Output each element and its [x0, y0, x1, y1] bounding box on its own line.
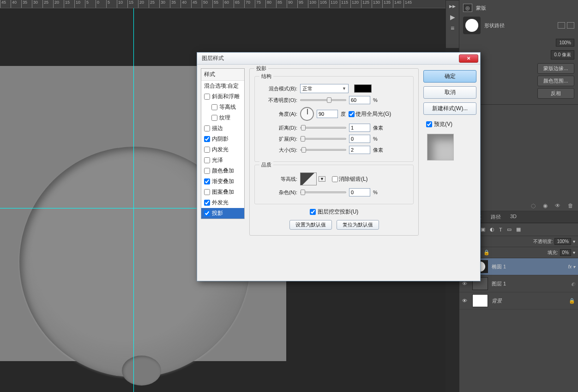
visibility-toggle[interactable]: 👁	[462, 298, 469, 303]
style-inner-glow[interactable]: 内发光	[201, 144, 244, 155]
make-default-button[interactable]: 设置为默认值	[289, 220, 332, 230]
filter-image-icon[interactable]: ▣	[481, 226, 485, 232]
style-texture-sub[interactable]: 纹理	[201, 113, 244, 123]
filter-shape-icon[interactable]: ▭	[507, 226, 512, 232]
anti-alias-check[interactable]: 消除锯齿(L)	[332, 175, 368, 183]
drop-shadow-fieldset: 投影 结构 混合模式(B): 正常▼ 不透明度(O): %	[249, 68, 419, 236]
close-button[interactable]: ✕	[459, 54, 478, 63]
opacity-label: 不透明度(O):	[259, 97, 297, 104]
style-color-overlay[interactable]: 颜色叠加	[201, 166, 244, 176]
layer-row-background[interactable]: 👁 背景 🔒	[459, 292, 578, 309]
tab-3d[interactable]: 3D	[506, 211, 521, 223]
noise-input[interactable]	[349, 188, 370, 196]
spread-slider[interactable]	[300, 138, 346, 140]
collapse-icon[interactable]: ▸▸	[446, 0, 459, 12]
fill-label: 填充:	[548, 249, 558, 256]
fx-indicator-hidden[interactable]: ◐	[571, 281, 575, 286]
opacity-label: 不透明度:	[533, 238, 553, 245]
style-pattern-overlay[interactable]: 图案叠加	[201, 187, 244, 197]
distance-slider[interactable]	[300, 127, 346, 129]
contour-arrow[interactable]: ▼	[319, 176, 325, 182]
spread-input[interactable]	[349, 135, 370, 143]
cancel-button[interactable]: 取消	[423, 86, 476, 99]
visibility-toggle[interactable]: 👁	[462, 281, 469, 286]
lock-all-icon[interactable]: 🔒	[483, 249, 490, 255]
right-tool-strip: ▸▸ ▶ ≡	[446, 0, 459, 48]
horizontal-ruler: 4540353025201510505101520253035404550556…	[0, 0, 446, 8]
style-inner-shadow[interactable]: 内阴影	[201, 134, 244, 144]
layer-name[interactable]: 椭圆 1	[492, 263, 506, 270]
contour-picker[interactable]	[300, 172, 317, 185]
blend-mode-combo[interactable]: 正常▼	[300, 84, 349, 93]
fill-arrow-icon[interactable]: ▾	[573, 250, 575, 255]
filter-smart-icon[interactable]: ▦	[516, 226, 521, 232]
filter-type-icon[interactable]: T	[499, 227, 502, 232]
mask-thumb-icon[interactable]: ◎	[463, 4, 472, 12]
tab-paths[interactable]: 路径	[486, 211, 506, 223]
blend-mode-label: 混合模式(B):	[259, 85, 297, 92]
drop-shadow-legend: 投影	[254, 65, 268, 72]
style-outer-glow[interactable]: 外发光	[201, 197, 244, 208]
style-satin[interactable]: 光泽	[201, 155, 244, 166]
color-range-button[interactable]: 颜色范围...	[537, 76, 574, 86]
global-light-check[interactable]: 使用全局光(G)	[349, 110, 391, 118]
styles-header[interactable]: 样式	[201, 69, 244, 81]
feather-value[interactable]: 0.0 像素	[551, 50, 574, 59]
blend-options-row[interactable]: 混合选项:自定	[201, 81, 244, 91]
play-icon[interactable]: ▶	[446, 12, 459, 23]
style-gradient-overlay[interactable]: 渐变叠加	[201, 176, 244, 187]
trash-icon[interactable]: 🗑	[568, 202, 573, 209]
opacity-slider[interactable]	[300, 99, 346, 101]
fx-indicator[interactable]: fx ▾	[568, 264, 575, 269]
style-bevel[interactable]: 斜面和浮雕	[201, 91, 244, 102]
filter-adjust-icon[interactable]: ◐	[490, 226, 494, 232]
shape-tail	[122, 356, 161, 386]
angle-dial[interactable]	[300, 107, 314, 121]
shadow-color-well[interactable]	[354, 84, 372, 93]
density-value[interactable]: 100%	[556, 39, 574, 47]
settings-column: 投影 结构 混合模式(B): 正常▼ 不透明度(O): %	[249, 68, 419, 278]
new-style-button[interactable]: 新建样式(W)...	[423, 102, 476, 115]
brush-icon[interactable]: ≡	[446, 23, 459, 34]
noise-slider[interactable]	[300, 191, 346, 193]
spread-label: 扩展(R):	[259, 136, 297, 143]
dialog-titlebar[interactable]: 图层样式 ✕	[197, 53, 480, 65]
preview-swatch	[427, 134, 454, 160]
knockout-check[interactable]: 图层挖空投影(U)	[310, 208, 359, 216]
size-input[interactable]	[349, 146, 370, 154]
layer-style-dialog: 图层样式 ✕ 样式 混合选项:自定 斜面和浮雕 等高线 纹理 描边 内阴影 内发…	[197, 52, 481, 281]
angle-input[interactable]	[317, 110, 338, 118]
style-stroke[interactable]: 描边	[201, 123, 244, 134]
quality-group: 品质 等高线: ▼ 消除锯齿(L) 杂色(N): %	[254, 165, 414, 204]
dialog-right-column: 确定 取消 新建样式(W)... 预览(V)	[423, 68, 476, 278]
add-pixel-mask-icon[interactable]	[558, 22, 565, 29]
opacity-input[interactable]	[349, 96, 370, 104]
mask-edge-button[interactable]: 蒙版边缘...	[537, 63, 574, 74]
quality-legend: 品质	[259, 161, 273, 168]
shape-preview[interactable]	[463, 17, 481, 34]
guide-vertical[interactable]	[133, 8, 134, 392]
layer-thumb	[472, 294, 488, 307]
preview-checkbox[interactable]: 预览(V)	[423, 119, 476, 130]
layer-name[interactable]: 图层 1	[492, 280, 506, 287]
add-vector-mask-icon[interactable]	[567, 22, 574, 29]
layer-name[interactable]: 背景	[492, 297, 502, 304]
opacity-arrow-icon[interactable]: ▾	[573, 239, 575, 244]
opacity-value[interactable]: 100%	[554, 238, 571, 245]
distance-input[interactable]	[349, 124, 370, 132]
eye-icon[interactable]: 👁	[555, 202, 560, 209]
shape-path-label: 形状路径	[484, 22, 505, 29]
invert-button[interactable]: 反相	[537, 88, 574, 99]
ok-button[interactable]: 确定	[423, 70, 476, 83]
lock-icon: 🔒	[569, 298, 575, 304]
noise-label: 杂色(N):	[259, 189, 297, 196]
dotted-circle-icon[interactable]: ◌	[531, 202, 536, 209]
size-slider[interactable]	[300, 149, 346, 151]
style-drop-shadow[interactable]: 投影	[201, 208, 244, 219]
style-contour-sub[interactable]: 等高线	[201, 102, 244, 113]
reset-default-button[interactable]: 复位为默认值	[337, 220, 379, 230]
structure-group: 结构 混合模式(B): 正常▼ 不透明度(O): % 角度(A):	[254, 76, 414, 162]
fill-value[interactable]: 0%	[560, 249, 571, 256]
target-icon[interactable]: ◉	[543, 202, 548, 209]
size-label: 大小(S):	[259, 147, 297, 154]
